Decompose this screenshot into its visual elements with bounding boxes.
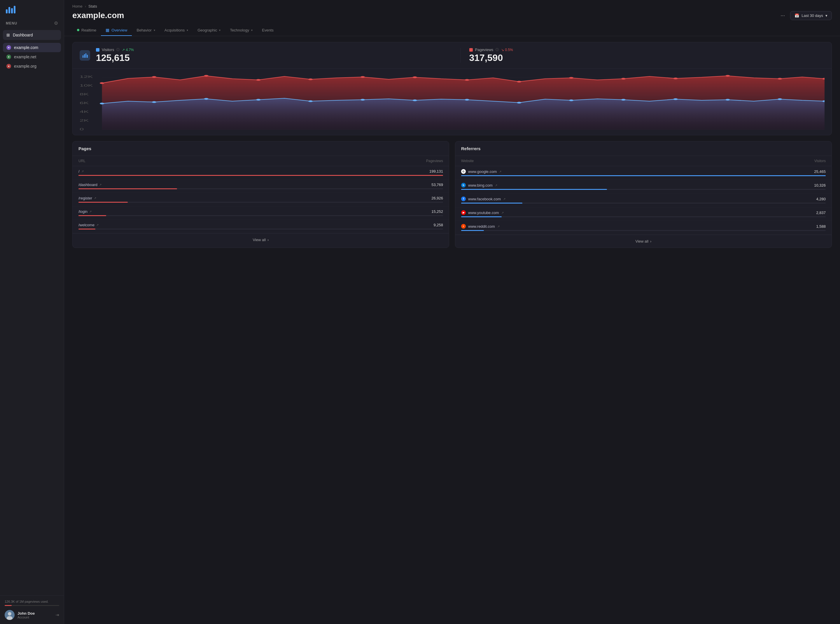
referrer-row: ▶ www.youtube.com ↗ 2,837 [455, 207, 832, 221]
pageviews-info-icon[interactable]: ⓘ [495, 48, 499, 52]
external-link-icon-3[interactable]: ↗ [89, 210, 91, 213]
logout-icon[interactable]: ⇥ [56, 612, 59, 618]
pages-url-3: /login ↗ [79, 209, 91, 214]
referrer-row: G www.google.com ↗ 25,465 [455, 166, 832, 180]
referrer-name-0: www.google.com [468, 170, 497, 174]
external-link-icon-1[interactable]: ↗ [99, 183, 102, 186]
pageviews-value: 317,590 [469, 53, 825, 63]
logo-bar-3 [11, 8, 13, 14]
tab-technology-label: Technology [230, 28, 249, 32]
settings-icon[interactable]: ⚙ [54, 20, 58, 26]
visitors-label-row: Visitors ⓘ ↗ 4.7% [96, 48, 452, 52]
sidebar-site-example-com[interactable]: ● example.com [3, 43, 61, 52]
external-link-icon-2[interactable]: ↗ [94, 196, 96, 200]
tab-behavior[interactable]: Behavior ▾ [132, 25, 159, 36]
page-title: example.com [72, 11, 124, 20]
more-button[interactable]: ··· [778, 11, 787, 20]
pages-view-all[interactable]: View all › [73, 233, 449, 246]
referrer-bar-bg-0 [461, 175, 826, 176]
svg-point-28 [413, 76, 417, 78]
pages-bar-fill-4 [79, 229, 95, 230]
svg-point-49 [673, 98, 678, 100]
svg-point-23 [152, 76, 156, 78]
pages-bar-fill-2 [79, 202, 128, 203]
referrers-card: Referrers Website Visitors G www.google.… [455, 141, 832, 248]
google-favicon: G [461, 169, 466, 174]
pages-card: Pages URL Pageviews / ↗ 199,131 [72, 141, 449, 248]
table-row: / ↗ 199,131 [73, 166, 449, 180]
chart-header: Visitors ⓘ ↗ 4.7% 125,615 [73, 42, 832, 69]
external-link-icon-0[interactable]: ↗ [81, 170, 84, 173]
tab-realtime[interactable]: Realtime [72, 25, 101, 36]
referrer-bar-bg-1 [461, 189, 826, 190]
metrics-divider [460, 48, 461, 63]
referrer-site-2: f www.facebook.com ↗ [461, 196, 506, 201]
referrers-col-website: Website [461, 159, 474, 163]
ref-external-link-2[interactable]: ↗ [503, 198, 506, 201]
svg-point-24 [204, 75, 209, 77]
pages-bar-bg-4 [79, 229, 443, 230]
logo-bar-4 [14, 6, 15, 14]
sidebar-site-example-net[interactable]: ● example.net [3, 52, 61, 62]
svg-point-45 [465, 99, 469, 100]
referrers-view-all[interactable]: View all › [455, 235, 832, 247]
referrer-bar-fill-2 [461, 203, 522, 204]
pages-bar-bg-1 [79, 188, 443, 189]
breadcrumb: Home › Stats [72, 4, 832, 8]
visitors-change: ↗ 4.7% [122, 48, 134, 52]
menu-header: MENU ⚙ [0, 16, 64, 29]
referrer-value-3: 2,837 [816, 210, 826, 215]
svg-point-27 [360, 76, 365, 78]
acquisitions-chevron-icon: ▾ [187, 29, 188, 32]
tab-events[interactable]: Events [257, 25, 278, 36]
breadcrumb-home[interactable]: Home [72, 4, 82, 8]
referrer-row: b www.bing.com ↗ 10,326 [455, 180, 832, 194]
pages-url-2: /register ↗ [79, 196, 96, 200]
svg-point-44 [413, 99, 417, 101]
logo-bar-2 [8, 7, 10, 14]
pages-bar-bg-3 [79, 215, 443, 216]
referrers-header: Referrers [455, 141, 832, 156]
tab-geographic[interactable]: Geographic ▾ [193, 25, 225, 36]
tab-technology[interactable]: Technology ▾ [225, 25, 257, 36]
referrer-value-4: 1,588 [816, 224, 826, 229]
site-dot-example-net: ● [6, 54, 11, 59]
referrer-bar-fill-0 [461, 175, 826, 176]
svg-point-48 [621, 99, 626, 100]
referrer-value-2: 4,280 [816, 197, 826, 201]
sidebar-footer: 126.3K of 1M pageviews used. John Doe Ac… [0, 595, 64, 624]
menu-label: MENU [6, 21, 17, 25]
ref-external-link-1[interactable]: ↗ [495, 184, 497, 187]
ref-external-link-3[interactable]: ↗ [501, 211, 504, 214]
chart-metrics: Visitors ⓘ ↗ 4.7% 125,615 [96, 48, 825, 63]
user-row: John Doe Account ⇥ [5, 610, 59, 620]
user-role: Account [17, 616, 53, 619]
tab-overview[interactable]: ▦ Overview [101, 25, 132, 36]
visitors-info-icon[interactable]: ⓘ [116, 48, 119, 52]
pages-col-headers: URL Pageviews [73, 156, 449, 166]
table-row: /register ↗ 26,926 [73, 193, 449, 207]
ref-external-link-0[interactable]: ↗ [499, 170, 501, 173]
svg-point-30 [517, 81, 521, 82]
sidebar-site-example-org[interactable]: ● example.org [3, 62, 61, 71]
usage-bar [5, 605, 59, 606]
external-link-icon-4[interactable]: ↗ [96, 223, 99, 227]
pageviews-metric: Pageviews ⓘ ↘ 0.5% 317,590 [469, 48, 825, 63]
technology-chevron-icon: ▾ [251, 29, 252, 32]
tabs: Realtime ▦ Overview Behavior ▾ Acquisiti… [64, 25, 840, 36]
referrers-col-visitors: Visitors [814, 159, 826, 163]
referrer-site-1: b www.bing.com ↗ [461, 183, 497, 187]
pageviews-label: Pageviews [475, 48, 493, 52]
pages-bar-bg-2 [79, 202, 443, 203]
svg-marker-37 [102, 98, 825, 130]
tab-geographic-label: Geographic [198, 28, 217, 32]
pages-header: Pages [73, 141, 449, 156]
date-range-button[interactable]: 📅 Last 30 days ▾ [790, 11, 832, 20]
referrer-row-top-3: ▶ www.youtube.com ↗ 2,837 [461, 210, 826, 215]
sidebar-item-dashboard[interactable]: ⊞ Dashboard [3, 30, 61, 40]
ref-external-link-4[interactable]: ↗ [497, 225, 500, 228]
svg-point-39 [152, 101, 156, 103]
content-area: Visitors ⓘ ↗ 4.7% 125,615 [64, 36, 840, 624]
tab-acquisitions[interactable]: Acquisitions ▾ [160, 25, 193, 36]
referrers-view-all-label: View all [636, 239, 649, 244]
